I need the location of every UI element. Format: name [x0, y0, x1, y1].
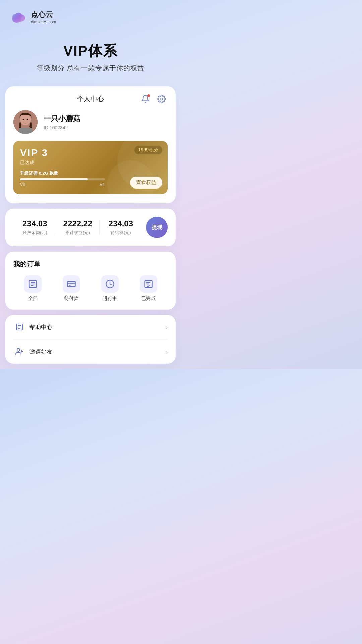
- completed-icon: [140, 275, 157, 293]
- menu-card: 帮助中心 › 邀请好友 ›: [5, 315, 176, 364]
- in-progress-icon: [101, 275, 119, 293]
- total-income-label: 累计收益(元): [56, 230, 99, 236]
- personal-center-header: 个人中心: [13, 94, 168, 103]
- order-item-all[interactable]: 全部: [24, 275, 42, 302]
- hero-title: VIP体系: [7, 42, 174, 60]
- help-center-label: 帮助中心: [29, 323, 165, 331]
- user-name: 一只小蘑菇: [44, 114, 80, 124]
- svg-point-8: [23, 119, 24, 120]
- in-progress-label: 进行中: [103, 296, 117, 302]
- vip-upgrade-text: 升级还需 0.2G 跑量: [20, 170, 161, 176]
- pending-item: 234.03 待结算(元): [100, 219, 142, 236]
- balance-item: 234.03 账户余额(元): [13, 219, 56, 236]
- personal-center-title: 个人中心: [77, 94, 104, 103]
- menu-item-invite-friends[interactable]: 邀请好友 ›: [13, 339, 168, 364]
- total-income-item: 2222.22 累计收益(元): [56, 219, 99, 236]
- completed-label: 已完成: [141, 296, 156, 302]
- finance-card: 234.03 账户余额(元) 2222.22 累计收益(元) 234.03 待结…: [5, 209, 176, 246]
- invite-friends-label: 邀请好友: [29, 348, 165, 356]
- svg-point-3: [12, 14, 18, 19]
- invite-friends-icon: [13, 345, 25, 358]
- orders-title: 我的订单: [13, 260, 168, 269]
- logo-text: 点心云 dianxinAI.com: [31, 10, 56, 24]
- pending-label: 待结算(元): [100, 230, 142, 236]
- notification-button[interactable]: [139, 93, 152, 105]
- help-center-icon: [13, 321, 25, 333]
- svg-rect-14: [67, 281, 75, 287]
- balance-amount: 234.03: [13, 219, 56, 228]
- orders-grid: 全部 待付款 进行中: [13, 275, 168, 302]
- personal-center-card: 个人中心: [5, 86, 176, 203]
- user-info-section: 一只小蘑菇 ID:1002342: [13, 110, 168, 134]
- withdraw-button[interactable]: 提现: [146, 217, 168, 238]
- logo-name: 点心云: [31, 10, 56, 20]
- hero-subtitle: 等级划分 总有一款专属于你的权益: [7, 64, 174, 73]
- help-center-arrow: ›: [165, 323, 168, 331]
- order-item-in-progress[interactable]: 进行中: [101, 275, 119, 302]
- logo-domain: dianxinAI.com: [31, 20, 56, 24]
- all-orders-icon: [24, 275, 42, 293]
- app-header: 点心云 dianxinAI.com: [0, 0, 181, 32]
- menu-item-help-center[interactable]: 帮助中心 ›: [13, 315, 168, 339]
- user-meta: 一只小蘑菇 ID:1002342: [44, 114, 80, 130]
- avatar-image: [13, 110, 38, 134]
- pending-payment-label: 待付款: [64, 296, 78, 302]
- pending-amount: 234.03: [100, 219, 142, 228]
- progress-bar-bg: [20, 178, 105, 180]
- svg-rect-7: [19, 128, 32, 134]
- all-orders-label: 全部: [28, 296, 38, 302]
- progress-to: V4: [100, 182, 105, 187]
- user-id: ID:1002342: [44, 125, 80, 130]
- progress-labels: V3 V4: [20, 182, 105, 187]
- notification-dot: [147, 94, 150, 97]
- vip-points: 1999积分: [134, 146, 162, 154]
- progress-from: V3: [20, 182, 25, 187]
- gear-icon: [157, 95, 166, 103]
- vip-achieved-label: 已达成: [20, 160, 161, 166]
- header-icon-group: [139, 93, 168, 105]
- order-item-completed[interactable]: 已完成: [140, 275, 157, 302]
- pending-payment-icon: [63, 275, 80, 293]
- svg-point-4: [161, 98, 163, 100]
- balance-label: 账户余额(元): [13, 230, 56, 236]
- progress-bar-fill: [20, 178, 88, 180]
- hero-section: VIP体系 等级划分 总有一款专属于你的权益: [0, 32, 181, 86]
- vip-card: 1999积分 VIP 3 已达成 升级还需 0.2G 跑量 V3 V4 查看权益: [13, 141, 168, 194]
- logo-icon: [9, 8, 27, 26]
- invite-friends-arrow: ›: [165, 348, 168, 356]
- view-benefits-button[interactable]: 查看权益: [130, 177, 162, 189]
- avatar: [13, 110, 38, 134]
- order-item-pending-payment[interactable]: 待付款: [63, 275, 80, 302]
- total-income-amount: 2222.22: [56, 219, 99, 228]
- settings-button[interactable]: [156, 93, 168, 105]
- svg-point-25: [17, 348, 20, 351]
- svg-point-9: [27, 119, 28, 120]
- orders-card: 我的订单 全部 待付款: [5, 252, 176, 310]
